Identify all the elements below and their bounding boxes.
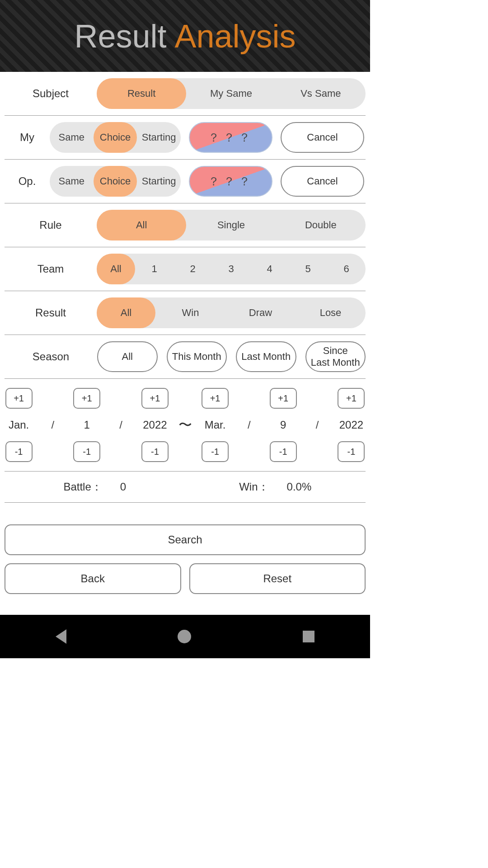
to-year-minus-button[interactable]: -1 [338,441,365,462]
win-label: Win： [239,480,268,494]
team-label: Team [5,263,97,275]
from-month-plus-button[interactable]: +1 [5,388,33,409]
to-day-plus-button[interactable]: +1 [270,388,297,409]
team-option-5[interactable]: 5 [289,254,327,284]
to-month-plus-button[interactable]: +1 [202,388,229,409]
subject-option-my-same[interactable]: My Same [186,78,276,109]
team-option-2[interactable]: 2 [174,254,212,284]
rule-option-double[interactable]: Double [276,210,366,241]
android-nav-bar [0,615,370,658]
season-option-last-month[interactable]: Last Month [236,341,296,372]
to-day-minus-button[interactable]: -1 [270,441,297,462]
my-option-same[interactable]: Same [50,122,94,153]
search-button[interactable]: Search [5,524,366,555]
from-day-minus-button[interactable]: -1 [73,441,100,462]
op-option-starting[interactable]: Starting [137,166,181,197]
date-sep: / [46,419,60,431]
team-option-3[interactable]: 3 [212,254,250,284]
header-title-2: Analysis [174,18,296,55]
to-day-value: 9 [280,419,286,431]
season-option-this-month[interactable]: This Month [167,341,227,372]
team-option-all[interactable]: All [97,254,135,284]
op-option-same[interactable]: Same [50,166,94,197]
team-option-6[interactable]: 6 [327,254,366,284]
rule-label: Rule [5,219,97,231]
my-label: My [5,131,50,144]
my-option-choice[interactable]: Choice [94,122,137,153]
op-indicator[interactable]: ？？？ [189,166,272,197]
from-year-value: 2022 [143,419,167,431]
subject-option-vs-same[interactable]: Vs Same [276,78,366,109]
result-option-lose[interactable]: Lose [296,297,366,328]
to-year-value: 2022 [339,419,363,431]
rule-option-single[interactable]: Single [186,210,276,241]
battle-value: 0 [120,481,126,493]
date-sep: / [310,419,324,431]
rule-option-all[interactable]: All [97,210,186,241]
op-label: Op. [5,175,50,188]
from-month-minus-button[interactable]: -1 [5,441,33,462]
header: Result Analysis [0,0,370,72]
result-label: Result [5,307,97,319]
android-back-icon[interactable] [56,629,66,644]
tilde-icon: 〜 [169,416,201,434]
from-day-plus-button[interactable]: +1 [73,388,100,409]
season-option-all[interactable]: All [97,341,158,372]
my-indicator[interactable]: ？？？ [189,122,272,153]
season-label: Season [5,350,97,363]
result-option-draw[interactable]: Draw [225,297,296,328]
date-sep: / [114,419,128,431]
subject-option-result[interactable]: Result [97,78,186,109]
reset-button[interactable]: Reset [189,563,366,594]
season-option-since-last-month[interactable]: Since Last Month [305,341,366,372]
subject-label: Subject [5,87,97,100]
team-option-4[interactable]: 4 [250,254,289,284]
op-cancel-button[interactable]: Cancel [281,166,364,197]
team-option-1[interactable]: 1 [135,254,174,284]
to-year-plus-button[interactable]: +1 [338,388,365,409]
from-day-value: 1 [84,419,90,431]
to-month-minus-button[interactable]: -1 [202,441,229,462]
back-button[interactable]: Back [5,563,181,594]
header-title-1: Result [74,18,166,55]
result-option-all[interactable]: All [97,297,155,328]
from-year-plus-button[interactable]: +1 [141,388,169,409]
result-option-win[interactable]: Win [155,297,225,328]
op-option-choice[interactable]: Choice [94,166,137,197]
from-year-minus-button[interactable]: -1 [141,441,169,462]
date-sep: / [242,419,256,431]
my-option-starting[interactable]: Starting [137,122,181,153]
battle-label: Battle： [63,480,102,494]
my-cancel-button[interactable]: Cancel [281,122,364,153]
android-recent-icon[interactable] [303,631,314,642]
android-home-icon[interactable] [178,630,191,643]
win-value: 0.0% [287,481,312,493]
to-month-value: Mar. [205,419,226,431]
from-month-value: Jan. [9,419,29,431]
